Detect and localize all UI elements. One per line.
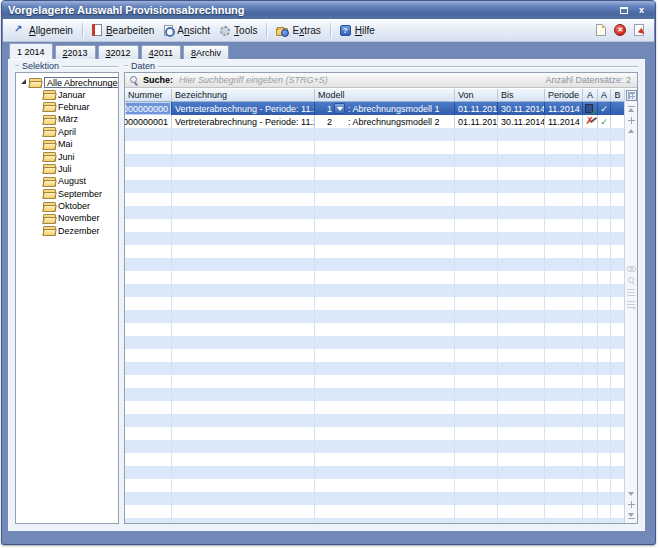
selektion-group-label: Selektion bbox=[15, 61, 119, 71]
tree-item-januar[interactable]: Januar bbox=[18, 88, 118, 100]
search-input[interactable] bbox=[177, 74, 541, 86]
edit-icon bbox=[92, 24, 102, 36]
cell-checked: ✓ bbox=[598, 115, 611, 128]
scrollbar-top-buttons bbox=[628, 106, 635, 133]
tree-item-label: Oktober bbox=[58, 201, 90, 211]
close-button[interactable]: x bbox=[634, 4, 649, 16]
view-icon bbox=[164, 25, 173, 36]
menu-extras[interactable]: Extras bbox=[271, 23, 325, 38]
scrollbar-bottom-buttons bbox=[628, 492, 635, 519]
search-icon bbox=[129, 75, 139, 85]
checkmark-icon: ✓ bbox=[600, 117, 608, 127]
folder-icon bbox=[43, 189, 55, 198]
menu-hilfe[interactable]: Hilfe bbox=[335, 23, 380, 38]
tree-item-label: September bbox=[58, 189, 102, 199]
menu-label: Extras bbox=[292, 25, 320, 36]
scroll-drag-button[interactable] bbox=[628, 501, 635, 508]
column-header-a-7[interactable]: A bbox=[598, 89, 611, 101]
column-header-bis-4[interactable]: Bis bbox=[498, 89, 545, 101]
table-row[interactable]: 1000000001Vertreterabrechnung - Periode:… bbox=[125, 115, 624, 128]
grid-empty-row bbox=[125, 427, 624, 440]
groupbox-line bbox=[124, 65, 128, 67]
column-header-modell-2[interactable]: Modell bbox=[315, 89, 455, 101]
selection-tree[interactable]: Alle AbrechnungenJanuarFebruarMärzAprilM… bbox=[15, 72, 119, 524]
menu-label: Bearbeiten bbox=[106, 25, 154, 36]
tree-item-august[interactable]: August bbox=[18, 175, 118, 187]
grid-empty-row bbox=[125, 336, 624, 349]
expand-arrow-icon[interactable] bbox=[21, 79, 26, 84]
toolbar-right bbox=[595, 23, 649, 37]
filter-icon[interactable] bbox=[627, 301, 635, 308]
tab-8-archiv[interactable]: 8 Archiv bbox=[183, 45, 229, 59]
folder-icon bbox=[43, 226, 55, 235]
tree-item-label: November bbox=[58, 213, 100, 223]
drag-icon bbox=[628, 117, 635, 124]
tab-2-2013[interactable]: 2 2013 bbox=[55, 45, 96, 59]
column-header-a-6[interactable]: A bbox=[583, 89, 598, 101]
scroll-drag-button[interactable] bbox=[628, 117, 635, 124]
grid-empty-row bbox=[125, 219, 624, 232]
tree-item-september[interactable]: September bbox=[18, 188, 118, 200]
tree-item-märz[interactable]: März bbox=[18, 113, 118, 125]
summary-icon[interactable] bbox=[627, 289, 635, 296]
column-header-von-3[interactable]: Von bbox=[455, 89, 498, 101]
tree-item-april[interactable]: April bbox=[18, 126, 118, 138]
tree-item-label: Mai bbox=[58, 139, 73, 149]
tab-1-2014[interactable]: 1 2014 bbox=[9, 43, 53, 59]
folder-icon bbox=[43, 177, 55, 186]
menu-ansicht[interactable]: Ansicht bbox=[159, 23, 215, 38]
exit-button[interactable] bbox=[633, 23, 645, 37]
tree-item-mai[interactable]: Mai bbox=[18, 138, 118, 150]
new-document-button[interactable] bbox=[595, 23, 607, 37]
grid-empty-row bbox=[125, 401, 624, 414]
column-header-nummer-0[interactable]: Nummer bbox=[125, 89, 172, 101]
grid-empty-row bbox=[125, 440, 624, 453]
grid-empty-row bbox=[125, 518, 624, 523]
menu-tools[interactable]: Tools bbox=[215, 23, 262, 38]
column-header-periode-5[interactable]: Periode bbox=[545, 89, 583, 101]
zoom-icon[interactable] bbox=[627, 277, 636, 284]
tree-item-februar[interactable]: Februar bbox=[18, 101, 118, 113]
tab-3-2012[interactable]: 3 2012 bbox=[98, 45, 139, 59]
tab-4-2011[interactable]: 4 2011 bbox=[141, 45, 181, 59]
new-document-icon bbox=[596, 24, 606, 36]
menu-bearbeiten[interactable]: Bearbeiten bbox=[87, 22, 159, 38]
tree-root-label: Alle Abrechnungen bbox=[44, 77, 119, 88]
cell-periode: 11.2014 bbox=[545, 115, 583, 128]
tree-item-label: Juli bbox=[58, 164, 72, 174]
folder-icon bbox=[43, 140, 55, 149]
tab-page: Selektion Alle AbrechnungenJanuarFebruar… bbox=[8, 59, 645, 531]
cell-status bbox=[583, 115, 598, 128]
cancel-button[interactable] bbox=[613, 23, 627, 37]
table-row[interactable]: 1000000000Vertreterabrechnung - Periode:… bbox=[125, 102, 624, 115]
tree-item-alle-abrechnungen[interactable]: Alle Abrechnungen bbox=[18, 76, 118, 88]
grid-empty-row bbox=[125, 284, 624, 297]
column-header-b-8[interactable]: B bbox=[611, 89, 624, 101]
tree-item-oktober[interactable]: Oktober bbox=[18, 200, 118, 212]
daten-group: Daten Suche: Anzahl Datensätze: 2 Nummer… bbox=[124, 61, 638, 524]
scroll-last-button[interactable] bbox=[628, 513, 635, 519]
tree-item-juli[interactable]: Juli bbox=[18, 163, 118, 175]
tree-item-november[interactable]: November bbox=[18, 212, 118, 224]
tree-item-juni[interactable]: Juni bbox=[18, 150, 118, 162]
tree-item-dezember[interactable]: Dezember bbox=[18, 225, 118, 237]
column-header-bezeichnung-1[interactable]: Bezeichnung bbox=[172, 89, 315, 101]
window-title: Vorgelagerte Auswahl Provisionsabrechnun… bbox=[8, 4, 613, 16]
scroll-first-button[interactable] bbox=[628, 106, 635, 112]
grid-scrollbar[interactable] bbox=[624, 89, 637, 523]
menu-separator bbox=[266, 23, 267, 38]
menu-allgemein[interactable]: Allgemein bbox=[8, 22, 78, 38]
scroll-up-button[interactable] bbox=[628, 129, 634, 133]
restore-button[interactable] bbox=[616, 4, 631, 16]
scroll-down-button[interactable] bbox=[628, 492, 634, 496]
title-bar[interactable]: Vorgelagerte Auswahl Provisionsabrechnun… bbox=[2, 1, 655, 19]
find-icon[interactable] bbox=[627, 265, 636, 272]
grid-empty-row bbox=[125, 141, 624, 154]
folder-icon bbox=[43, 115, 55, 124]
cell-von: 01.11.2014 bbox=[455, 115, 498, 128]
groupbox-line bbox=[62, 66, 119, 68]
column-chooser-button[interactable] bbox=[626, 90, 637, 101]
modell-number: 1 bbox=[318, 104, 332, 114]
grid-empty-row bbox=[125, 505, 624, 518]
dropdown-button[interactable] bbox=[334, 103, 345, 114]
